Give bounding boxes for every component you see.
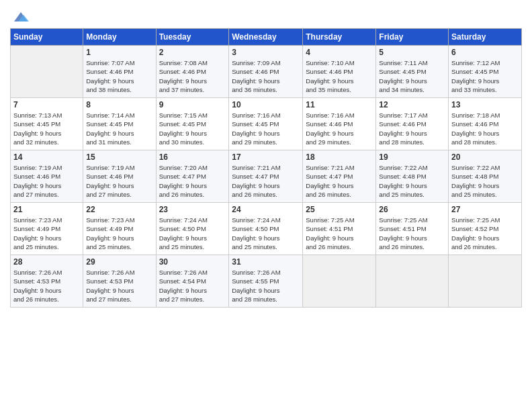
calendar-cell: 6Sunrise: 7:12 AM Sunset: 4:45 PM Daylig… xyxy=(449,46,522,98)
day-number: 27 xyxy=(451,205,519,214)
calendar-cell: 20Sunrise: 7:22 AM Sunset: 4:48 PM Dayli… xyxy=(449,150,522,203)
calendar-cell: 16Sunrise: 7:20 AM Sunset: 4:47 PM Dayli… xyxy=(156,150,229,203)
week-row-5: 28Sunrise: 7:26 AM Sunset: 4:53 PM Dayli… xyxy=(11,255,522,308)
day-number: 10 xyxy=(232,100,300,109)
logo-icon xyxy=(11,9,30,24)
page-container: SundayMondayTuesdayWednesdayThursdayFrid… xyxy=(0,0,532,314)
day-number: 15 xyxy=(86,152,152,162)
cell-info: Sunrise: 7:21 AM Sunset: 4:47 PM Dayligh… xyxy=(232,163,300,199)
day-number: 9 xyxy=(159,100,226,109)
cell-info: Sunrise: 7:25 AM Sunset: 4:51 PM Dayligh… xyxy=(379,216,445,251)
day-number: 28 xyxy=(13,257,80,267)
day-number: 17 xyxy=(232,152,300,162)
day-number: 21 xyxy=(13,205,80,214)
cell-info: Sunrise: 7:16 AM Sunset: 4:46 PM Dayligh… xyxy=(306,111,373,146)
cell-info: Sunrise: 7:15 AM Sunset: 4:45 PM Dayligh… xyxy=(159,111,226,146)
calendar-cell: 7Sunrise: 7:13 AM Sunset: 4:45 PM Daylig… xyxy=(11,98,83,150)
day-number: 7 xyxy=(13,100,80,109)
cell-info: Sunrise: 7:23 AM Sunset: 4:49 PM Dayligh… xyxy=(13,216,80,251)
cell-info: Sunrise: 7:19 AM Sunset: 4:46 PM Dayligh… xyxy=(86,163,152,199)
cell-info: Sunrise: 7:23 AM Sunset: 4:49 PM Dayligh… xyxy=(86,216,152,251)
calendar-cell: 31Sunrise: 7:26 AM Sunset: 4:55 PM Dayli… xyxy=(229,255,303,308)
day-number: 20 xyxy=(451,152,519,162)
day-header-tuesday: Tuesday xyxy=(156,29,229,46)
day-number: 16 xyxy=(159,152,226,162)
calendar-cell: 9Sunrise: 7:15 AM Sunset: 4:45 PM Daylig… xyxy=(156,98,229,150)
day-number: 13 xyxy=(451,100,519,109)
cell-info: Sunrise: 7:19 AM Sunset: 4:46 PM Dayligh… xyxy=(13,163,80,199)
cell-info: Sunrise: 7:26 AM Sunset: 4:53 PM Dayligh… xyxy=(86,268,152,304)
calendar-cell: 21Sunrise: 7:23 AM Sunset: 4:49 PM Dayli… xyxy=(11,203,83,255)
cell-info: Sunrise: 7:22 AM Sunset: 4:48 PM Dayligh… xyxy=(379,163,445,199)
cell-info: Sunrise: 7:18 AM Sunset: 4:46 PM Dayligh… xyxy=(451,111,519,146)
cell-info: Sunrise: 7:09 AM Sunset: 4:46 PM Dayligh… xyxy=(232,58,300,94)
calendar-cell: 23Sunrise: 7:24 AM Sunset: 4:50 PM Dayli… xyxy=(156,203,229,255)
calendar-cell: 24Sunrise: 7:24 AM Sunset: 4:50 PM Dayli… xyxy=(229,203,303,255)
day-number: 2 xyxy=(159,48,226,57)
day-number: 31 xyxy=(232,257,300,267)
calendar-cell xyxy=(376,255,449,308)
calendar-cell: 4Sunrise: 7:10 AM Sunset: 4:46 PM Daylig… xyxy=(303,46,376,98)
calendar-cell xyxy=(449,255,522,308)
logo xyxy=(10,9,30,24)
calendar-cell: 25Sunrise: 7:25 AM Sunset: 4:51 PM Dayli… xyxy=(303,203,376,255)
calendar-cell: 15Sunrise: 7:19 AM Sunset: 4:46 PM Dayli… xyxy=(83,150,156,203)
day-header-friday: Friday xyxy=(376,29,449,46)
cell-info: Sunrise: 7:20 AM Sunset: 4:47 PM Dayligh… xyxy=(159,163,226,199)
day-header-wednesday: Wednesday xyxy=(229,29,303,46)
calendar-cell: 19Sunrise: 7:22 AM Sunset: 4:48 PM Dayli… xyxy=(376,150,449,203)
week-row-1: 1Sunrise: 7:07 AM Sunset: 4:46 PM Daylig… xyxy=(11,46,522,98)
calendar-cell: 29Sunrise: 7:26 AM Sunset: 4:53 PM Dayli… xyxy=(83,255,156,308)
calendar-table: SundayMondayTuesdayWednesdayThursdayFrid… xyxy=(10,28,522,308)
cell-info: Sunrise: 7:24 AM Sunset: 4:50 PM Dayligh… xyxy=(159,216,226,251)
week-row-4: 21Sunrise: 7:23 AM Sunset: 4:49 PM Dayli… xyxy=(11,203,522,255)
day-number: 3 xyxy=(232,48,300,57)
header xyxy=(10,7,522,24)
cell-info: Sunrise: 7:13 AM Sunset: 4:45 PM Dayligh… xyxy=(13,111,80,146)
day-header-saturday: Saturday xyxy=(449,29,522,46)
day-number: 29 xyxy=(86,257,152,267)
day-number: 1 xyxy=(86,48,152,57)
cell-info: Sunrise: 7:07 AM Sunset: 4:46 PM Dayligh… xyxy=(86,58,152,94)
cell-info: Sunrise: 7:24 AM Sunset: 4:50 PM Dayligh… xyxy=(232,216,300,251)
week-row-3: 14Sunrise: 7:19 AM Sunset: 4:46 PM Dayli… xyxy=(11,150,522,203)
calendar-cell: 3Sunrise: 7:09 AM Sunset: 4:46 PM Daylig… xyxy=(229,46,303,98)
day-number: 23 xyxy=(159,205,226,214)
cell-info: Sunrise: 7:16 AM Sunset: 4:45 PM Dayligh… xyxy=(232,111,300,146)
day-header-sunday: Sunday xyxy=(11,29,83,46)
cell-info: Sunrise: 7:25 AM Sunset: 4:51 PM Dayligh… xyxy=(306,216,373,251)
calendar-cell: 2Sunrise: 7:08 AM Sunset: 4:46 PM Daylig… xyxy=(156,46,229,98)
cell-info: Sunrise: 7:10 AM Sunset: 4:46 PM Dayligh… xyxy=(306,58,373,94)
calendar-cell xyxy=(303,255,376,308)
day-number: 18 xyxy=(306,152,373,162)
day-number: 11 xyxy=(306,100,373,109)
calendar-cell: 26Sunrise: 7:25 AM Sunset: 4:51 PM Dayli… xyxy=(376,203,449,255)
day-number: 5 xyxy=(379,48,445,57)
cell-info: Sunrise: 7:25 AM Sunset: 4:52 PM Dayligh… xyxy=(451,216,519,251)
day-number: 14 xyxy=(13,152,80,162)
day-number: 30 xyxy=(159,257,226,267)
cell-info: Sunrise: 7:26 AM Sunset: 4:54 PM Dayligh… xyxy=(159,268,226,304)
calendar-cell: 10Sunrise: 7:16 AM Sunset: 4:45 PM Dayli… xyxy=(229,98,303,150)
calendar-header-row: SundayMondayTuesdayWednesdayThursdayFrid… xyxy=(11,29,522,46)
day-number: 8 xyxy=(86,100,152,109)
calendar-cell: 1Sunrise: 7:07 AM Sunset: 4:46 PM Daylig… xyxy=(83,46,156,98)
calendar-cell: 5Sunrise: 7:11 AM Sunset: 4:45 PM Daylig… xyxy=(376,46,449,98)
cell-info: Sunrise: 7:26 AM Sunset: 4:53 PM Dayligh… xyxy=(13,268,80,304)
cell-info: Sunrise: 7:11 AM Sunset: 4:45 PM Dayligh… xyxy=(379,58,445,94)
calendar-cell: 14Sunrise: 7:19 AM Sunset: 4:46 PM Dayli… xyxy=(11,150,83,203)
calendar-cell: 22Sunrise: 7:23 AM Sunset: 4:49 PM Dayli… xyxy=(83,203,156,255)
calendar-cell: 11Sunrise: 7:16 AM Sunset: 4:46 PM Dayli… xyxy=(303,98,376,150)
cell-info: Sunrise: 7:21 AM Sunset: 4:47 PM Dayligh… xyxy=(306,163,373,199)
day-number: 22 xyxy=(86,205,152,214)
cell-info: Sunrise: 7:26 AM Sunset: 4:55 PM Dayligh… xyxy=(232,268,300,304)
day-number: 25 xyxy=(306,205,373,214)
day-header-thursday: Thursday xyxy=(303,29,376,46)
day-number: 19 xyxy=(379,152,445,162)
calendar-cell: 8Sunrise: 7:14 AM Sunset: 4:45 PM Daylig… xyxy=(83,98,156,150)
cell-info: Sunrise: 7:22 AM Sunset: 4:48 PM Dayligh… xyxy=(451,163,519,199)
day-number: 6 xyxy=(451,48,519,57)
day-number: 24 xyxy=(232,205,300,214)
cell-info: Sunrise: 7:12 AM Sunset: 4:45 PM Dayligh… xyxy=(451,58,519,94)
calendar-cell: 17Sunrise: 7:21 AM Sunset: 4:47 PM Dayli… xyxy=(229,150,303,203)
